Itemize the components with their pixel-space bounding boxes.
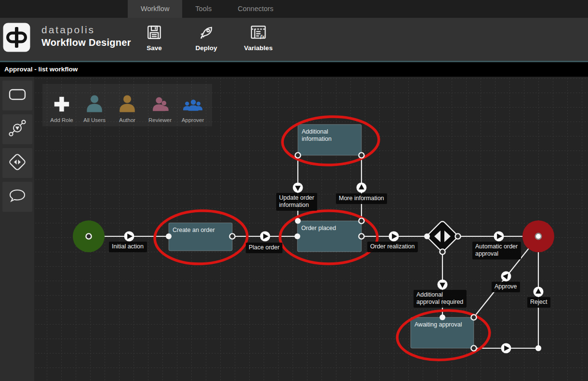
- role-author[interactable]: Author: [111, 84, 144, 126]
- toolbox-sidebar: [0, 77, 34, 381]
- transition-label[interactable]: Reject: [527, 297, 550, 308]
- role-label: All Users: [83, 117, 106, 123]
- connection-port[interactable]: [359, 233, 364, 239]
- connection-port[interactable]: [359, 152, 364, 158]
- transition-label[interactable]: Additionalapproval required: [414, 290, 467, 308]
- connection-port[interactable]: [424, 233, 430, 239]
- save-label: Save: [147, 44, 162, 52]
- svg-text:Order realization: Order realization: [370, 243, 414, 250]
- role-reviewer[interactable]: Reviewer: [144, 84, 176, 126]
- person-triple-icon: [183, 94, 203, 115]
- role-all-users[interactable]: All Users: [78, 84, 111, 126]
- brand-name: datapolis: [41, 24, 131, 36]
- state-node[interactable]: Order placed: [297, 221, 361, 252]
- transition-tool-button[interactable]: [2, 114, 32, 144]
- gateway-tool-icon: [7, 151, 28, 175]
- tab-connectors[interactable]: Connectors: [225, 0, 286, 18]
- transition-marker[interactable]: [357, 183, 367, 193]
- person-icon: [117, 94, 137, 115]
- connection-port[interactable]: [294, 233, 300, 239]
- state-tool-icon: [7, 84, 28, 107]
- svg-text:Additionalinformation: Additionalinformation: [302, 128, 332, 142]
- workflow-title: Approval - list workflow: [4, 66, 78, 73]
- svg-text:Initial action: Initial action: [112, 243, 144, 250]
- transition-label[interactable]: Approve: [492, 282, 520, 292]
- header-toolbar: Save Deploy fx: [135, 24, 278, 52]
- connection-port[interactable]: [359, 218, 364, 223]
- state-tool-button[interactable]: [2, 81, 32, 110]
- transition-marker[interactable]: [438, 280, 448, 290]
- add-role-button[interactable]: Add Role: [45, 84, 78, 126]
- transition-marker[interactable]: [293, 183, 303, 193]
- save-button[interactable]: Save: [135, 24, 174, 52]
- transition-marker[interactable]: [501, 343, 511, 354]
- variables-label: Variables: [244, 44, 272, 52]
- role-label: Approver: [182, 117, 204, 123]
- brand-block: datapolis Workflow Designer: [41, 24, 131, 48]
- workflow-canvas[interactable]: AdditionalinformationCreate an orderOrde…: [34, 77, 588, 381]
- save-icon: [146, 24, 163, 42]
- page-title: Workflow Designer: [41, 37, 131, 48]
- transition-label[interactable]: Update orderinformation: [276, 193, 317, 211]
- gateway-tool-button[interactable]: [2, 148, 32, 178]
- top-tab-bar: Workflow Tools Connectors: [0, 0, 588, 18]
- connection-port[interactable]: [440, 314, 445, 320]
- app-header: datapolis Workflow Designer Save: [0, 18, 588, 61]
- state-node[interactable]: Create an order: [169, 223, 232, 251]
- connection-port[interactable]: [440, 249, 445, 254]
- transition-label[interactable]: Automatic orderapproval: [472, 242, 521, 259]
- connection-port[interactable]: [295, 152, 300, 158]
- connection-port[interactable]: [86, 233, 91, 239]
- svg-text:Approve: Approve: [494, 283, 517, 290]
- svg-text:fx: fx: [260, 33, 265, 39]
- transition-marker[interactable]: [260, 231, 270, 242]
- workflow-title-bar: Approval - list workflow: [0, 62, 588, 77]
- transition-label[interactable]: Initial action: [109, 242, 147, 252]
- connection-port[interactable]: [295, 218, 301, 224]
- transition-marker[interactable]: [124, 231, 134, 242]
- connection-port[interactable]: [471, 314, 476, 320]
- tabbar-spacer: [0, 0, 128, 18]
- svg-text:Order placed: Order placed: [301, 225, 336, 231]
- transition-marker[interactable]: [534, 287, 544, 297]
- role-label: Add Role: [50, 117, 73, 123]
- connection-port[interactable]: [535, 233, 541, 239]
- add-role-icon: [53, 95, 71, 115]
- connection-port[interactable]: [535, 345, 541, 351]
- datapolis-logo-icon: [3, 23, 30, 54]
- svg-text:Reject: Reject: [530, 299, 548, 305]
- transition-label[interactable]: Place order: [246, 243, 282, 253]
- person-icon: [84, 94, 105, 115]
- variables-button[interactable]: fx Variables: [239, 24, 278, 52]
- transition-label[interactable]: Order realization: [367, 242, 418, 252]
- deploy-icon: [198, 24, 215, 42]
- connection-port[interactable]: [455, 233, 460, 239]
- tab-workflow[interactable]: Workflow: [128, 0, 182, 18]
- person-double-icon: [150, 94, 170, 115]
- roles-palette: Add Role All Users: [42, 84, 212, 126]
- connection-port[interactable]: [471, 345, 476, 351]
- connection-port[interactable]: [229, 233, 235, 239]
- comment-tool-button[interactable]: [2, 182, 32, 212]
- transition-marker[interactable]: [389, 231, 399, 242]
- transition-marker[interactable]: [494, 231, 504, 242]
- transition-label[interactable]: More information: [336, 193, 387, 204]
- role-label: Author: [119, 117, 135, 123]
- tab-tools[interactable]: Tools: [182, 0, 225, 18]
- role-approver[interactable]: Approver: [176, 84, 209, 126]
- state-node[interactable]: Awaiting approval: [411, 317, 474, 348]
- deploy-button[interactable]: Deploy: [187, 24, 226, 52]
- transition-tool-icon: [7, 118, 28, 141]
- variables-icon: fx: [250, 24, 267, 42]
- state-node[interactable]: Additionalinformation: [298, 124, 361, 155]
- connection-port[interactable]: [166, 233, 172, 239]
- svg-text:Place order: Place order: [249, 244, 280, 251]
- comment-tool-icon: [7, 185, 28, 208]
- svg-text:More information: More information: [339, 195, 384, 202]
- role-label: Reviewer: [148, 117, 172, 123]
- svg-text:Awaiting approval: Awaiting approval: [414, 321, 462, 328]
- svg-text:Create an order: Create an order: [173, 227, 215, 233]
- deploy-label: Deploy: [195, 44, 217, 52]
